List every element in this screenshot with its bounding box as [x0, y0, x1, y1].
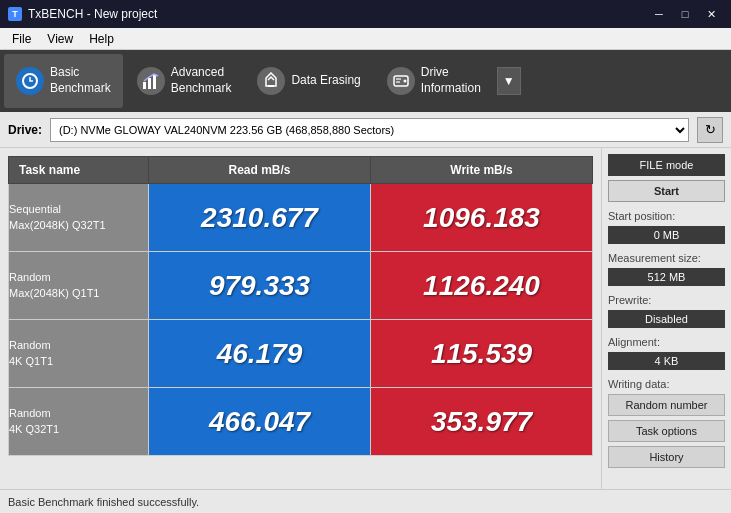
start-position-value: 0 MB — [608, 226, 725, 244]
writing-data-button[interactable]: Random number — [608, 394, 725, 416]
write-value-1: 1126.240 — [371, 252, 593, 320]
task-options-button[interactable]: Task options — [608, 420, 725, 442]
basic-benchmark-label: BasicBenchmark — [50, 65, 111, 96]
write-value-3: 353.977 — [371, 388, 593, 456]
toolbar-data-erasing[interactable]: Data Erasing — [245, 54, 372, 108]
benchmark-table: Task name Read mB/s Write mB/s Sequentia… — [8, 156, 593, 456]
read-value-0: 2310.677 — [149, 184, 371, 252]
read-value-3: 466.047 — [149, 388, 371, 456]
drive-label: Drive: — [8, 123, 42, 137]
alignment-label: Alignment: — [608, 336, 725, 348]
window-title: TxBENCH - New project — [28, 7, 157, 21]
table-row: RandomMax(2048K) Q1T1 979.333 1126.240 — [9, 252, 593, 320]
svg-point-6 — [403, 80, 406, 83]
read-value-2: 46.179 — [149, 320, 371, 388]
drive-bar: Drive: (D:) NVMe GLOWAY VAL240NVM 223.56… — [0, 112, 731, 148]
start-button[interactable]: Start — [608, 180, 725, 202]
table-row: Random4K Q32T1 466.047 353.977 — [9, 388, 593, 456]
toolbar-dropdown[interactable]: ▼ — [497, 67, 521, 95]
table-row: Random4K Q1T1 46.179 115.539 — [9, 320, 593, 388]
measurement-size-value: 512 MB — [608, 268, 725, 286]
measurement-size-label: Measurement size: — [608, 252, 725, 264]
title-bar: T TxBENCH - New project ─ □ ✕ — [0, 0, 731, 28]
toolbar-basic-benchmark[interactable]: BasicBenchmark — [4, 54, 123, 108]
history-button[interactable]: History — [608, 446, 725, 468]
right-panel: FILE mode Start Start position: 0 MB Mea… — [601, 148, 731, 489]
read-value-1: 979.333 — [149, 252, 371, 320]
menu-view[interactable]: View — [39, 30, 81, 48]
data-erasing-icon — [257, 67, 285, 95]
task-name-3: Random4K Q32T1 — [9, 388, 149, 456]
alignment-value: 4 KB — [608, 352, 725, 370]
write-value-0: 1096.183 — [371, 184, 593, 252]
advanced-benchmark-icon — [137, 67, 165, 95]
toolbar-advanced-benchmark[interactable]: AdvancedBenchmark — [125, 54, 244, 108]
drive-information-label: DriveInformation — [421, 65, 481, 96]
main-content: Task name Read mB/s Write mB/s Sequentia… — [0, 148, 731, 489]
col-header-task: Task name — [9, 157, 149, 184]
toolbar-drive-information[interactable]: DriveInformation — [375, 54, 493, 108]
drive-select[interactable]: (D:) NVMe GLOWAY VAL240NVM 223.56 GB (46… — [50, 118, 689, 142]
advanced-benchmark-label: AdvancedBenchmark — [171, 65, 232, 96]
data-erasing-label: Data Erasing — [291, 73, 360, 89]
svg-rect-3 — [153, 75, 156, 89]
menu-file[interactable]: File — [4, 30, 39, 48]
menu-bar: File View Help — [0, 28, 731, 50]
maximize-button[interactable]: □ — [673, 4, 697, 24]
task-name-0: SequentialMax(2048K) Q32T1 — [9, 184, 149, 252]
col-header-write: Write mB/s — [371, 157, 593, 184]
prewrite-value: Disabled — [608, 310, 725, 328]
status-text: Basic Benchmark finished successfully. — [8, 496, 199, 508]
toolbar: BasicBenchmark AdvancedBenchmark Data Er… — [0, 50, 731, 112]
basic-benchmark-icon — [16, 67, 44, 95]
title-bar-left: T TxBENCH - New project — [8, 7, 157, 21]
write-value-2: 115.539 — [371, 320, 593, 388]
task-name-1: RandomMax(2048K) Q1T1 — [9, 252, 149, 320]
minimize-button[interactable]: ─ — [647, 4, 671, 24]
menu-help[interactable]: Help — [81, 30, 122, 48]
refresh-icon: ↻ — [705, 122, 716, 137]
svg-rect-2 — [148, 78, 151, 89]
benchmark-table-area: Task name Read mB/s Write mB/s Sequentia… — [0, 148, 601, 489]
writing-data-label: Writing data: — [608, 378, 725, 390]
file-mode-button[interactable]: FILE mode — [608, 154, 725, 176]
app-icon: T — [8, 7, 22, 21]
task-name-2: Random4K Q1T1 — [9, 320, 149, 388]
svg-rect-1 — [143, 82, 146, 89]
table-row: SequentialMax(2048K) Q32T1 2310.677 1096… — [9, 184, 593, 252]
status-bar: Basic Benchmark finished successfully. — [0, 489, 731, 513]
prewrite-label: Prewrite: — [608, 294, 725, 306]
col-header-read: Read mB/s — [149, 157, 371, 184]
window-controls: ─ □ ✕ — [647, 4, 723, 24]
dropdown-arrow: ▼ — [503, 74, 515, 88]
start-position-label: Start position: — [608, 210, 725, 222]
drive-information-icon — [387, 67, 415, 95]
close-button[interactable]: ✕ — [699, 4, 723, 24]
drive-refresh-button[interactable]: ↻ — [697, 117, 723, 143]
